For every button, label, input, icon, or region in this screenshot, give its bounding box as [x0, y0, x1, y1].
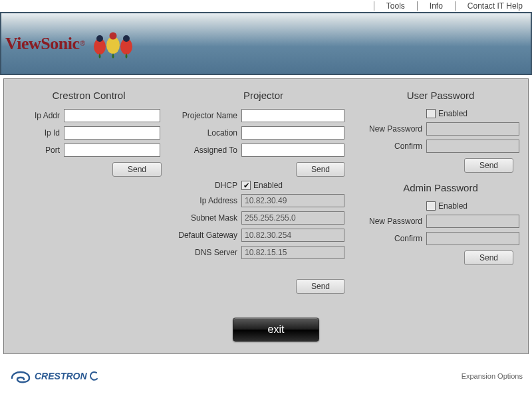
exit-button[interactable]: exit: [233, 318, 319, 342]
default-gateway-input: [241, 229, 344, 242]
projector-send-button-1[interactable]: Send: [296, 162, 345, 177]
nav-contact-it-help[interactable]: Contact IT Help: [461, 1, 529, 11]
admin-new-password-label: New Password: [360, 217, 426, 226]
admin-password-send-button[interactable]: Send: [464, 250, 513, 265]
viewsonic-wordmark: ViewSonic: [5, 34, 80, 54]
port-input[interactable]: [64, 144, 160, 157]
svg-point-3: [109, 33, 116, 40]
user-new-password-input[interactable]: [426, 122, 519, 136]
subnet-mask-label: Subnet Mask: [167, 213, 241, 223]
ip-addr-input[interactable]: [64, 109, 160, 122]
user-confirm-input[interactable]: [426, 140, 519, 153]
user-password-title: User Password: [360, 90, 521, 101]
user-password-enabled-text: Enabled: [438, 109, 467, 118]
nav-info[interactable]: Info: [423, 1, 450, 11]
nav-tools[interactable]: Tools: [380, 1, 412, 11]
assigned-to-input[interactable]: [241, 144, 344, 157]
crestron-swirl-icon: [9, 367, 32, 385]
user-new-password-label: New Password: [360, 124, 426, 134]
checkbox-empty-icon: [426, 109, 436, 118]
brand-banner: ViewSonic®: [0, 12, 532, 75]
crestron-send-button[interactable]: Send: [112, 162, 162, 177]
ip-id-label: Ip Id: [11, 128, 64, 138]
dhcp-enabled-checkbox[interactable]: ✔ Enabled: [241, 181, 283, 190]
default-gateway-label: Default Gateway: [167, 231, 241, 240]
location-input[interactable]: [241, 126, 344, 140]
viewsonic-logo: ViewSonic®: [5, 27, 140, 60]
crestron-title: Crestron Control: [11, 90, 167, 101]
viewsonic-birds-icon: [88, 27, 140, 60]
admin-password-title: Admin Password: [360, 182, 521, 193]
footer: CRESTRON Expansion Options: [0, 357, 532, 395]
admin-new-password-input[interactable]: [426, 215, 519, 228]
assigned-to-label: Assigned To: [167, 146, 241, 155]
subnet-mask-input: [241, 211, 344, 225]
port-label: Port: [11, 146, 64, 155]
projector-name-input[interactable]: [241, 109, 344, 122]
svg-point-5: [123, 35, 130, 42]
crestron-text: CRESTRON: [35, 371, 87, 381]
check-icon: ✔: [241, 181, 251, 190]
admin-confirm-label: Confirm: [360, 234, 426, 243]
projector-title: Projector: [167, 90, 360, 101]
svg-point-1: [96, 35, 103, 42]
location-label: Location: [167, 128, 241, 138]
admin-confirm-input[interactable]: [426, 232, 519, 245]
crestron-logo: CRESTRON: [9, 367, 99, 385]
ip-address-input: [241, 194, 344, 207]
dhcp-label: DHCP: [167, 181, 241, 190]
ip-id-input[interactable]: [64, 126, 160, 140]
admin-password-enabled-text: Enabled: [438, 201, 467, 211]
dhcp-enabled-text: Enabled: [253, 181, 283, 190]
admin-password-enabled-checkbox[interactable]: Enabled: [426, 201, 467, 211]
projector-section: Projector Projector Name Location Assign…: [167, 90, 360, 342]
crestron-e-icon: [88, 370, 98, 382]
crestron-control-section: Crestron Control Ip Addr Ip Id Port Send: [11, 90, 167, 342]
dns-server-input: [241, 246, 344, 259]
ip-address-label: Ip Address: [167, 196, 241, 205]
dns-server-label: DNS Server: [167, 248, 241, 257]
passwords-section: User Password Enabled New Password Confi…: [360, 90, 521, 342]
user-password-send-button[interactable]: Send: [464, 158, 513, 173]
ip-addr-label: Ip Addr: [11, 111, 64, 120]
projector-name-label: Projector Name: [167, 111, 241, 120]
top-nav: Tools Info Contact IT Help: [0, 0, 532, 12]
user-confirm-label: Confirm: [360, 142, 426, 151]
user-password-enabled-checkbox[interactable]: Enabled: [426, 109, 467, 118]
expansion-options-link[interactable]: Expansion Options: [462, 372, 523, 380]
main-panel: Crestron Control Ip Addr Ip Id Port Send…: [3, 78, 529, 354]
checkbox-empty-icon: [426, 201, 436, 211]
projector-send-button-2[interactable]: Send: [296, 279, 345, 294]
